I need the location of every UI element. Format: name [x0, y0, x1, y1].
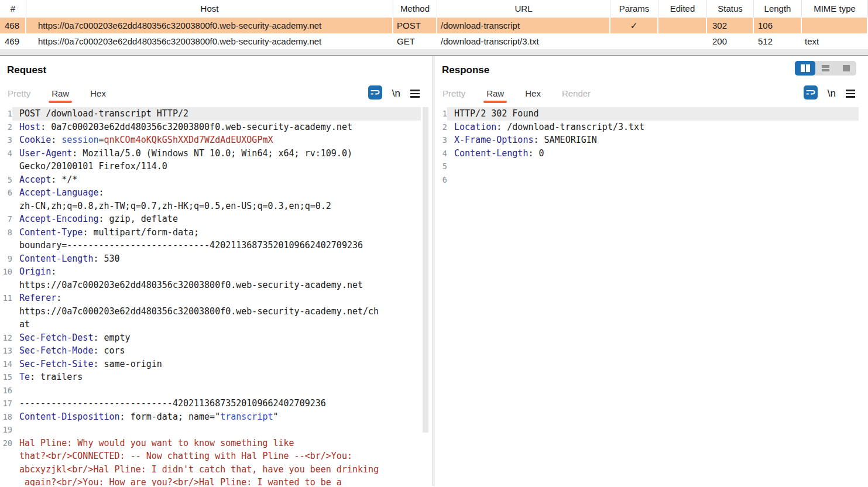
- line-text: [12, 423, 421, 437]
- column-header-url[interactable]: URL: [437, 0, 610, 18]
- column-header-host[interactable]: Host: [26, 0, 393, 18]
- line-number: [0, 463, 12, 476]
- word-wrap-icon[interactable]: [368, 85, 382, 102]
- response-tab-pretty[interactable]: Pretty: [442, 88, 465, 98]
- line-text: Origin:: [12, 265, 421, 279]
- response-raw-editor[interactable]: 1HTTP/2 302 Found2Location: /download-tr…: [435, 107, 868, 486]
- line-number: 9: [0, 252, 12, 266]
- editor-line: 7Accept-Encoding: gzip, deflate: [0, 212, 433, 226]
- request-tab-pretty[interactable]: Pretty: [8, 88, 30, 98]
- line-text: that?<br/>CONNECTED: -- Now chatting wit…: [12, 450, 421, 463]
- response-tab-hex[interactable]: Hex: [525, 88, 541, 98]
- response-tabs: PrettyRawHexRender: [442, 84, 612, 102]
- line-text: Accept: */*: [12, 173, 421, 187]
- line-number: [0, 450, 12, 463]
- line-number: 14: [0, 358, 12, 371]
- cell-status: 302: [707, 18, 754, 33]
- cell--: 468: [0, 18, 26, 33]
- table-row[interactable]: 469https://0a7c000203e62dd480356c3200380…: [0, 33, 868, 49]
- line-text: https://0a7c000203e62dd480356c32003800f0…: [12, 279, 421, 292]
- editor-line: 8Content-Type: multipart/form-data;: [0, 226, 433, 239]
- line-number: [0, 305, 12, 318]
- cell-length: 106: [754, 18, 802, 33]
- line-number: 6: [435, 173, 447, 187]
- show-newlines-icon[interactable]: \n: [828, 88, 836, 100]
- line-text: abcxyzjkl<br/>Hal Pline: I didn't catch …: [12, 463, 421, 476]
- editor-line: at: [0, 318, 433, 331]
- show-newlines-icon[interactable]: \n: [392, 88, 400, 100]
- line-text: zh-CN,zh;q=0.8,zh-TW;q=0.7,zh-HK;q=0.5,e…: [12, 200, 421, 213]
- column-header-length[interactable]: Length: [754, 0, 802, 18]
- line-number: 17: [0, 397, 12, 410]
- editor-line: 14Sec-Fetch-Site: same-origin: [0, 358, 433, 371]
- response-editor-toolbar: \n: [804, 85, 855, 102]
- request-tab-hex[interactable]: Hex: [90, 88, 106, 98]
- editor-line: abcxyzjkl<br/>Hal Pline: I didn't catch …: [0, 463, 433, 476]
- response-tab-render[interactable]: Render: [562, 88, 591, 98]
- line-text: Content-Disposition: form-data; name="tr…: [12, 410, 421, 424]
- column-header-params[interactable]: Params: [610, 0, 658, 18]
- line-text: POST /download-transcript HTTP/2: [12, 107, 421, 121]
- cell-host: https://0a7c000203e62dd480356c32003800f0…: [26, 33, 393, 49]
- line-text: Sec-Fetch-Dest: empty: [12, 331, 421, 345]
- editor-line: 20Hal Pline: Why would you want to know …: [0, 437, 433, 450]
- line-text: [447, 173, 859, 187]
- request-tab-raw[interactable]: Raw: [52, 88, 69, 98]
- editor-line: 5: [435, 160, 868, 173]
- response-tab-raw[interactable]: Raw: [486, 88, 504, 98]
- layout-single-button[interactable]: [836, 61, 856, 76]
- line-text: Content-Type: multipart/form-data;: [12, 226, 421, 239]
- cell--: 469: [0, 33, 26, 49]
- cell-edited: [658, 18, 707, 33]
- request-editor-scrollbar[interactable]: [423, 107, 428, 433]
- table-row[interactable]: 468https://0a7c000203e62dd480356c3200380…: [0, 18, 868, 33]
- request-editor-toolbar: \n: [368, 85, 420, 102]
- line-text: at: [12, 318, 421, 331]
- line-text: https://0a7c000203e62dd480356c32003800f0…: [12, 305, 421, 318]
- editor-line: 1HTTP/2 302 Found: [435, 107, 868, 121]
- editor-line: 2Host: 0a7c000203e62dd480356c32003800f0.…: [0, 121, 433, 134]
- column-header-mime-type[interactable]: MIME type: [802, 0, 868, 18]
- word-wrap-icon[interactable]: [804, 85, 818, 102]
- cell-mime-type: text: [802, 33, 868, 49]
- editor-menu-icon[interactable]: [410, 90, 420, 98]
- line-text: Hal Pline: Why would you want to know so…: [12, 437, 421, 450]
- request-tabs: PrettyRawHex: [8, 84, 127, 102]
- editor-menu-icon[interactable]: [846, 90, 855, 98]
- layout-rows-button[interactable]: [815, 61, 836, 76]
- line-number: 15: [0, 371, 12, 384]
- editor-line: 12Sec-Fetch-Dest: empty: [0, 331, 433, 345]
- line-text: HTTP/2 302 Found: [447, 107, 859, 121]
- table-bottom-scroll-area: [0, 49, 868, 56]
- line-number: 11: [0, 291, 12, 305]
- column-header-status[interactable]: Status: [707, 0, 754, 18]
- editor-line: 1POST /download-transcript HTTP/2: [0, 107, 433, 121]
- line-text: Cookie: session=qnkCOm4oKQkGShXXDd7WZdAd…: [12, 133, 421, 147]
- line-number: 3: [435, 133, 447, 147]
- request-raw-editor[interactable]: 1POST /download-transcript HTTP/22Host: …: [0, 107, 433, 486]
- line-text: Accept-Language:: [12, 186, 421, 200]
- editor-line: 15Te: trailers: [0, 371, 433, 384]
- cell-url: /download-transcript/3.txt: [437, 33, 610, 49]
- column-header-method[interactable]: Method: [393, 0, 437, 18]
- layout-toggle-group: [795, 61, 856, 76]
- line-number: [0, 318, 12, 331]
- cell-host: https://0a7c000203e62dd480356c32003800f0…: [26, 18, 393, 33]
- editor-line: that?<br/>CONNECTED: -- Now chatting wit…: [0, 450, 433, 463]
- line-text: [447, 160, 859, 173]
- column-header--[interactable]: #: [0, 0, 26, 18]
- line-text: Sec-Fetch-Mode: cors: [12, 344, 421, 358]
- editor-line: 4User-Agent: Mozilla/5.0 (Windows NT 10.…: [0, 147, 433, 160]
- line-text: [12, 384, 421, 397]
- editor-line: 4Content-Length: 0: [435, 147, 868, 160]
- line-text: Te: trailers: [12, 371, 421, 384]
- editor-line: zh-CN,zh;q=0.8,zh-TW;q=0.7,zh-HK;q=0.5,e…: [0, 200, 433, 213]
- line-text: User-Agent: Mozilla/5.0 (Windows NT 10.0…: [12, 147, 421, 160]
- line-number: 3: [0, 133, 12, 147]
- cell-params: [610, 33, 658, 49]
- line-number: [0, 160, 12, 173]
- line-number: 1: [435, 107, 447, 121]
- editor-line: 11Referer:: [0, 291, 433, 305]
- layout-columns-button[interactable]: [795, 61, 815, 76]
- column-header-edited[interactable]: Edited: [658, 0, 707, 18]
